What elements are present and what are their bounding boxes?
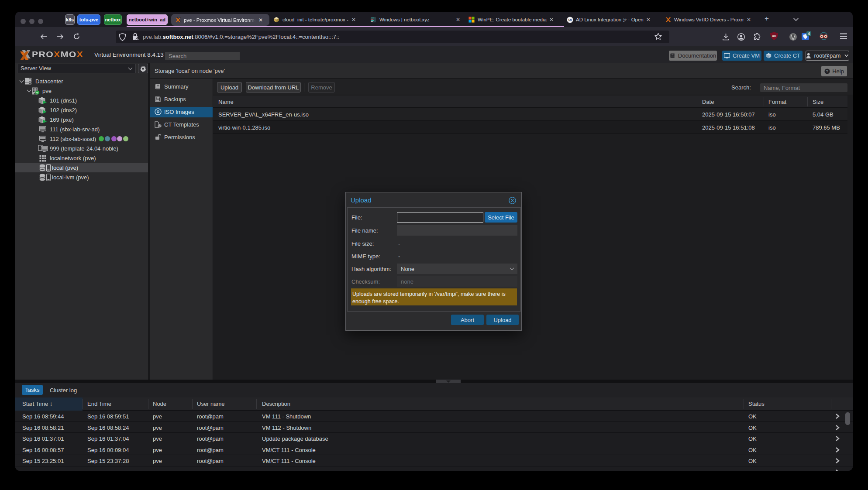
- svg-text:?: ?: [826, 69, 828, 73]
- svg-text:4: 4: [808, 31, 810, 36]
- svg-text:uO: uO: [772, 34, 776, 38]
- svg-text:OI: OI: [568, 18, 572, 21]
